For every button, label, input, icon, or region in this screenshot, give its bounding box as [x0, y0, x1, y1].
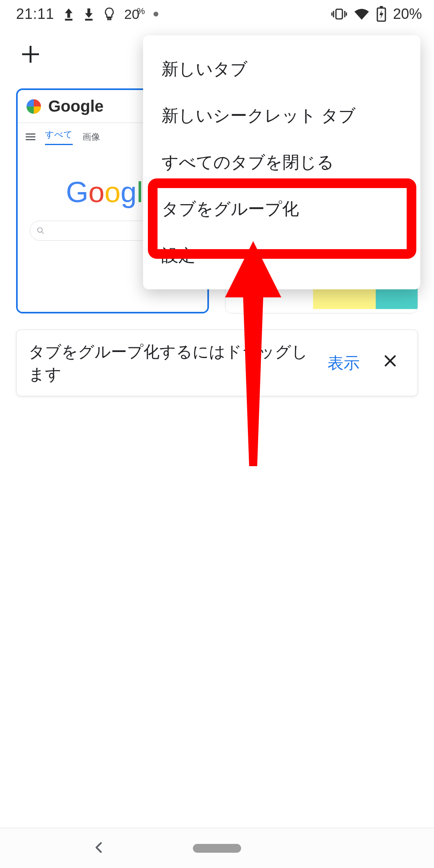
download-icon: [83, 7, 94, 21]
system-nav-bar: [0, 828, 434, 868]
status-bar: 21:11 20% 20%: [0, 0, 434, 28]
status-time: 21:11: [16, 6, 54, 23]
snackbar-close-button[interactable]: [375, 349, 405, 377]
snackbar-text: タブをグループ化するにはドラッグします: [29, 340, 312, 385]
menu-item-new-incognito-tab[interactable]: 新しいシークレット タブ: [143, 92, 420, 139]
menu-item-new-tab[interactable]: 新しいタブ: [143, 46, 420, 92]
menu-item-close-all-tabs[interactable]: すべてのタブを閉じる: [143, 139, 420, 186]
tab-title: Google: [48, 97, 104, 115]
preview-tab-image: 画像: [82, 131, 100, 143]
dot-icon: [154, 12, 158, 16]
svg-rect-0: [336, 9, 342, 19]
menu-item-settings[interactable]: 設定: [143, 232, 420, 279]
nav-home-pill[interactable]: [193, 844, 241, 853]
upload-icon: [63, 7, 74, 21]
snackbar-action-button[interactable]: 表示: [320, 348, 367, 378]
status-right: 20%: [331, 6, 422, 23]
svg-rect-2: [380, 6, 383, 8]
preview-tab-all: すべて: [45, 129, 73, 145]
status-battery-text: 20%: [393, 6, 422, 23]
wifi-icon: [354, 8, 370, 20]
svg-point-3: [38, 228, 43, 233]
vibrate-icon: [331, 8, 347, 20]
hamburger-icon: [26, 133, 35, 140]
status-brightness-pct: 20%: [124, 6, 145, 22]
battery-icon: [376, 6, 387, 22]
google-favicon-icon: [27, 99, 41, 114]
new-tab-button[interactable]: [16, 40, 45, 69]
menu-item-group-tabs[interactable]: タブをグループ化: [143, 186, 420, 232]
bulb-icon: [103, 7, 115, 21]
snackbar: タブをグループ化するにはドラッグします 表示: [16, 330, 418, 396]
status-left: 21:11 20%: [16, 6, 158, 23]
nav-back-button[interactable]: [92, 841, 106, 856]
search-icon: [37, 227, 45, 235]
overflow-menu: 新しいタブ 新しいシークレット タブ すべてのタブを閉じる タブをグループ化 設…: [143, 35, 420, 289]
